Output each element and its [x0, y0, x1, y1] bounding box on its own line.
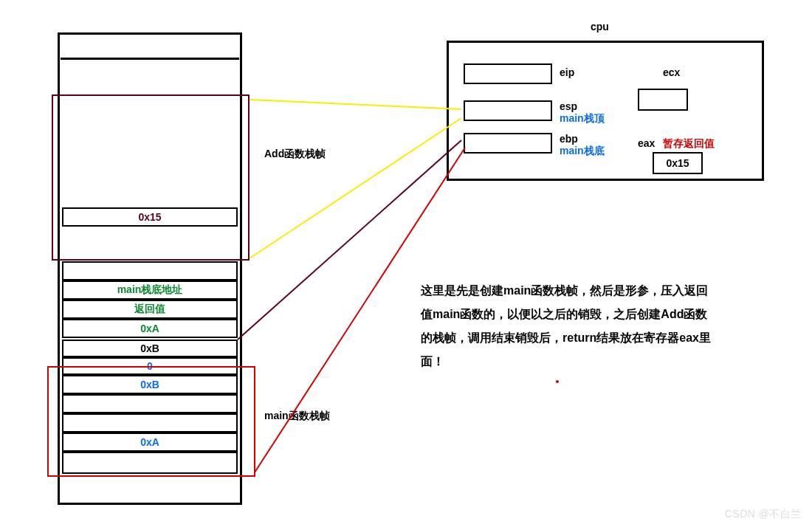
main-function-frame-outline — [47, 366, 255, 477]
stack-cell-text: 返回值 — [134, 303, 165, 316]
eax-value: 0x15 — [666, 157, 689, 169]
stack-cell-text: 0xB — [140, 342, 159, 354]
svg-line-0 — [250, 100, 461, 109]
stack-cell-text: main栈底地址 — [117, 283, 183, 297]
add-frame-label: Add函数栈帧 — [264, 148, 326, 161]
ecx-register-box — [638, 89, 688, 111]
watermark: CSDN @不白兰 — [725, 508, 802, 521]
main-frame-label: main函数栈帧 — [264, 410, 330, 423]
ebp-register-box — [464, 133, 552, 154]
eax-register-box: 0x15 — [653, 152, 703, 174]
stack-cell-0xB-param: 0xB — [62, 340, 238, 357]
esp-note: main栈顶 — [560, 112, 605, 125]
stack-cell-text: 0x15 — [138, 211, 161, 223]
svg-line-1 — [250, 118, 461, 258]
cpu-title: cpu — [591, 21, 609, 32]
explanation-paragraph: 这里是先是创建main函数栈帧，然后是形参，压入返回值main函数的，以便以之后… — [421, 279, 716, 373]
eip-label: eip — [560, 66, 574, 78]
ebp-note: main栈底 — [560, 145, 605, 158]
esp-label: esp — [560, 100, 577, 112]
eip-register-box — [464, 63, 552, 84]
ebp-label: ebp — [560, 133, 578, 145]
eax-note: 暂存返回值 — [663, 137, 715, 151]
cpu-box: eip esp main栈顶 ebp main栈底 ecx eax 暂存返回值 … — [447, 41, 764, 181]
stack-cell-empty-gap — [62, 261, 238, 280]
stack-cell-0x15: 0x15 — [62, 207, 238, 227]
add-function-frame-outline — [52, 94, 250, 261]
stack-top-divider — [61, 58, 239, 60]
esp-register-box — [464, 100, 552, 121]
ecx-label: ecx — [663, 66, 680, 78]
stack-cell-return-value: 返回值 — [62, 300, 238, 319]
eax-label: eax — [638, 137, 655, 149]
svg-point-4 — [556, 380, 559, 383]
stack-cell-0xA-param: 0xA — [62, 319, 238, 338]
stack-cell-main-base-addr: main栈底地址 — [62, 280, 238, 300]
stack-cell-text: 0xA — [140, 323, 159, 334]
